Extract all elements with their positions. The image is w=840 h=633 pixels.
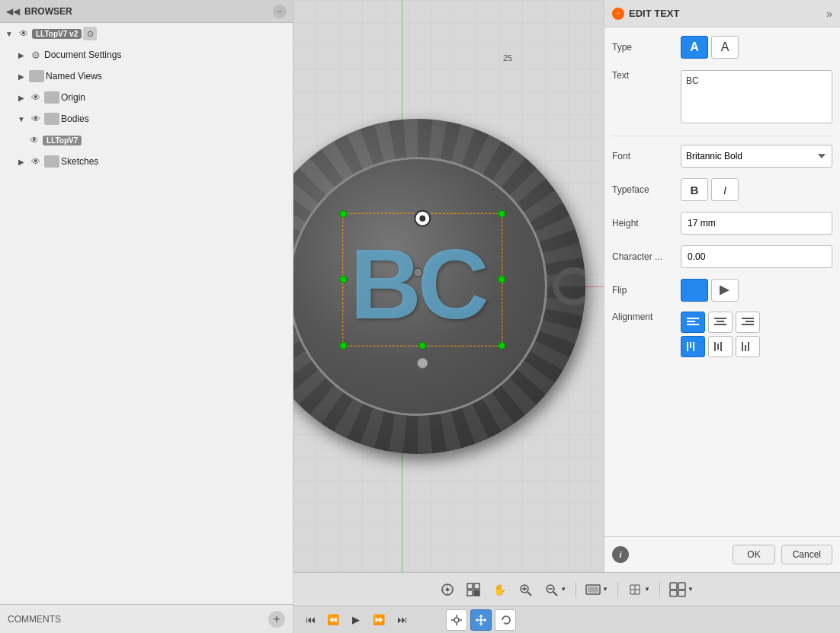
- transform-rotate-icon[interactable]: [495, 609, 516, 631]
- typeface-italic-button[interactable]: I: [711, 178, 739, 201]
- panel-mode-icon: ○: [612, 8, 624, 20]
- alignment-row-bottom: [681, 336, 832, 357]
- playback-skip-end-button[interactable]: ⏭: [393, 611, 411, 629]
- toolbar-pan-button[interactable]: ✋: [488, 578, 511, 601]
- visibility-icon-lltopv7-body[interactable]: 👁: [27, 133, 41, 147]
- medal-inner-face: BC: [293, 157, 547, 416]
- broadcast-icon-lltopv7v2[interactable]: ⊙: [83, 27, 97, 40]
- flip-horizontal-button[interactable]: [711, 279, 739, 302]
- panel-footer: i OK Cancel: [604, 536, 840, 572]
- sidebar-footer: COMMENTS +: [0, 604, 293, 633]
- visibility-icon-bodies[interactable]: 👁: [29, 112, 43, 126]
- char-spacing-input[interactable]: [681, 245, 832, 268]
- panel-title: EDIT TEXT: [629, 8, 822, 19]
- align-bottom-button[interactable]: [736, 336, 760, 357]
- alignment-row: Alignment: [612, 312, 832, 357]
- toolbar-zoom-fit-button[interactable]: [514, 578, 537, 601]
- tree-arrow-lltopv7v2[interactable]: ▼: [3, 27, 15, 40]
- canvas-area[interactable]: 25 -25 BC: [293, 0, 604, 572]
- typeface-button-group: B I: [681, 178, 832, 201]
- toolbar-grid-button[interactable]: [462, 578, 485, 601]
- visibility-icon-sketches[interactable]: 👁: [29, 155, 43, 168]
- medal-3d-object[interactable]: BC: [293, 119, 585, 454]
- toolbar-separator-3: [659, 582, 660, 597]
- panel-divider-1: [612, 136, 832, 136]
- ok-button[interactable]: OK: [733, 545, 774, 564]
- bottom-toolbar: ✋ ▼: [293, 572, 840, 606]
- tree-arrow-sketches[interactable]: ▶: [15, 155, 27, 168]
- transform-move-icon[interactable]: [470, 609, 492, 631]
- type-row: Type A A: [612, 35, 832, 59]
- align-left-button[interactable]: [681, 312, 705, 333]
- toolbar-home-button[interactable]: [436, 578, 459, 601]
- svg-marker-2: [720, 286, 729, 295]
- typeface-label: Typeface: [612, 184, 681, 195]
- medal-outer-ring: BC: [293, 119, 585, 454]
- tree-item-lltopv7-body[interactable]: 👁 LLTopV7: [0, 129, 293, 151]
- toolbar-separator-1: [575, 582, 576, 597]
- type-btn-solid-text[interactable]: A: [681, 36, 708, 59]
- align-top-button[interactable]: [681, 336, 705, 357]
- playback-play-button[interactable]: ▶: [347, 611, 365, 629]
- folder-icon-sketches: [44, 155, 59, 168]
- folder-icon-origin: [44, 91, 59, 104]
- text-control: BC: [681, 70, 832, 126]
- visibility-icon-lltopv7v2[interactable]: 👁: [17, 27, 30, 40]
- toolbar-display-dropdown[interactable]: ▼: [582, 582, 612, 597]
- tree-item-document-settings[interactable]: ▶ ⚙ Document Settings: [0, 44, 293, 66]
- flip-vertical-button[interactable]: [681, 279, 708, 302]
- toolbar-grid-toggle-dropdown[interactable]: ▼: [624, 580, 654, 599]
- flip-control: [681, 279, 832, 302]
- type-control: A A: [681, 36, 832, 59]
- tree-arrow-origin[interactable]: ▶: [15, 91, 27, 104]
- svg-rect-36: [588, 587, 598, 593]
- height-input[interactable]: [681, 212, 832, 235]
- tree-arrow-bodies[interactable]: ▼: [15, 113, 27, 125]
- flip-button-group: [681, 279, 832, 302]
- tree-item-named-views[interactable]: ▶ Named Views: [0, 66, 293, 87]
- visibility-icon-origin[interactable]: 👁: [29, 91, 43, 104]
- medal-hook: [553, 267, 585, 305]
- panel-header: ○ EDIT TEXT »: [604, 0, 840, 27]
- align-middle-button[interactable]: [708, 336, 733, 357]
- tree-item-bodies[interactable]: ▼ 👁 Bodies: [0, 108, 293, 129]
- playback-skip-start-button[interactable]: ⏮: [301, 611, 319, 629]
- svg-rect-26: [467, 590, 473, 596]
- sidebar-collapse-arrows[interactable]: ◀◀: [6, 6, 20, 17]
- alignment-button-group: [681, 312, 832, 357]
- add-comment-button[interactable]: +: [268, 611, 285, 628]
- tree-label-doc-settings: Document Settings: [44, 50, 290, 60]
- tree-arrow-doc-settings[interactable]: ▶: [15, 49, 27, 61]
- svg-rect-45: [670, 590, 677, 596]
- tree-item-sketches[interactable]: ▶ 👁 Sketches: [0, 151, 293, 172]
- text-input[interactable]: BC: [681, 70, 832, 123]
- playback-forward-button[interactable]: ⏩: [370, 611, 388, 629]
- svg-rect-43: [670, 583, 677, 590]
- panel-expand-button[interactable]: »: [826, 8, 832, 20]
- type-btn-outline-text[interactable]: A: [711, 36, 739, 59]
- transform-icon-group: [446, 609, 516, 631]
- toolbar-view-dropdown[interactable]: ▼: [665, 580, 697, 599]
- comments-label: COMMENTS: [8, 614, 268, 625]
- cancel-button[interactable]: Cancel: [781, 545, 832, 564]
- svg-rect-44: [678, 583, 685, 590]
- tree-item-origin[interactable]: ▶ 👁 Origin: [0, 87, 293, 108]
- tree-item-lltopv7v2[interactable]: ▼ 👁 LLTopV7 v2 ⊙: [0, 23, 293, 44]
- typeface-control: B I: [681, 178, 832, 201]
- panel-body: Type A A Text BC: [604, 27, 840, 536]
- flip-label: Flip: [612, 285, 681, 296]
- align-center-button[interactable]: [708, 312, 733, 333]
- chip-lltopv7-body: LLTopV7: [43, 136, 82, 145]
- tree-arrow-named-views[interactable]: ▶: [15, 70, 27, 82]
- svg-line-33: [553, 592, 557, 596]
- sidebar-close-button[interactable]: –: [273, 5, 287, 18]
- font-select[interactable]: Britannic Bold Arial Times New Roman: [681, 145, 832, 168]
- folder-icon-bodies: [44, 113, 59, 125]
- transform-position-icon[interactable]: [446, 609, 467, 631]
- align-right-button[interactable]: [736, 312, 760, 333]
- svg-marker-0: [690, 286, 699, 295]
- typeface-bold-button[interactable]: B: [681, 178, 708, 201]
- playback-rewind-button[interactable]: ⏪: [324, 611, 342, 629]
- toolbar-zoom-dropdown[interactable]: ▼: [540, 580, 570, 599]
- tree-label-bodies: Bodies: [61, 113, 290, 124]
